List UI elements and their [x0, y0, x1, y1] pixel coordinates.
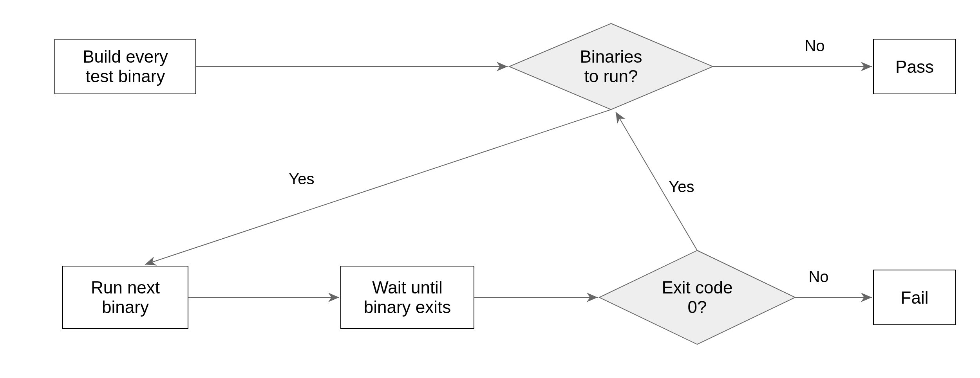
node-fail-label: Fail: [901, 288, 929, 307]
node-run-line1: Run next: [91, 278, 160, 297]
node-wait-line2: binary exits: [364, 297, 451, 317]
node-wait-line1: Wait until: [372, 278, 442, 297]
node-exit: Exit code 0?: [599, 250, 795, 344]
node-exit-line2: 0?: [688, 297, 707, 317]
edge-exit-yes-label: Yes: [669, 178, 694, 195]
node-wait: Wait until binary exits: [341, 266, 474, 329]
node-pass: Pass: [873, 39, 956, 94]
node-run-line2: binary: [102, 297, 149, 317]
node-run: Run next binary: [63, 266, 188, 329]
edge-check-to-run: [145, 110, 611, 265]
node-pass-label: Pass: [895, 57, 934, 76]
node-build: Build every test binary: [55, 39, 196, 94]
edge-exit-no-label: No: [808, 268, 828, 285]
node-build-line1: Build every: [83, 47, 168, 66]
node-check-line1: Binaries: [580, 47, 642, 66]
node-build-line2: test binary: [86, 67, 165, 86]
node-fail: Fail: [873, 270, 956, 325]
node-check-line2: to run?: [584, 67, 638, 86]
node-check: Binaries to run?: [509, 23, 713, 110]
edge-check-yes-label: Yes: [289, 170, 314, 187]
edge-check-no-label: No: [805, 37, 825, 54]
node-exit-line1: Exit code: [662, 278, 733, 297]
